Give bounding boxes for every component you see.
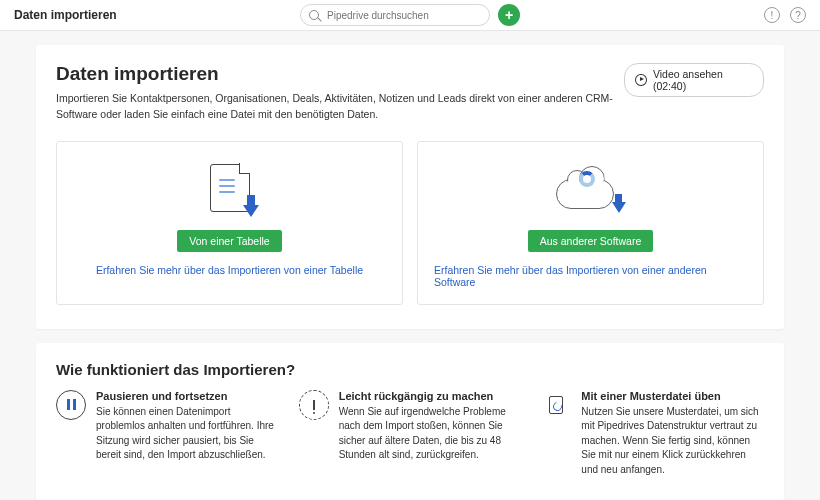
how-text: Mit einer Musterdatei üben Nutzen Sie un… [581,390,764,478]
from-software-button[interactable]: Aus anderer Software [528,230,654,252]
heading-block: Daten importieren Importieren Sie Kontak… [56,63,624,123]
plus-icon: + [505,8,513,22]
from-spreadsheet-button[interactable]: Von einer Tabelle [177,230,281,252]
search-icon [309,10,319,20]
search-input[interactable] [325,9,481,22]
how-item-undo: Leicht rückgängig zu machen Wenn Sie auf… [299,390,522,478]
search-area: + [300,4,520,26]
top-bar: Daten importieren + ! ? [0,0,820,31]
how-text: Pausieren und fortsetzen Sie können eine… [96,390,279,478]
lightbulb-icon[interactable]: ! [764,7,780,23]
how-title: Mit einer Musterdatei üben [581,390,764,402]
import-card: Daten importieren Importieren Sie Kontak… [36,45,784,329]
cloud-download-icon [556,167,626,209]
learn-more-file-link[interactable]: Erfahren Sie mehr über das Importieren v… [96,264,363,276]
watch-video-button[interactable]: Video ansehen (02:40) [624,63,764,97]
spreadsheet-file-icon [210,164,250,212]
import-options: Von einer Tabelle Erfahren Sie mehr über… [56,141,764,305]
file-illustration [210,158,250,218]
pause-icon [56,390,86,420]
how-body: Wenn Sie auf irgendwelche Probleme nach … [339,405,522,463]
how-item-sample: Mit einer Musterdatei üben Nutzen Sie un… [541,390,764,478]
search-box[interactable] [300,4,490,26]
how-title: Leicht rückgängig zu machen [339,390,522,402]
play-icon [635,74,646,86]
how-body: Nutzen Sie unsere Musterdatei, um sich m… [581,405,764,478]
main-heading: Daten importieren [56,63,624,85]
how-items-row: Pausieren und fortsetzen Sie können eine… [56,390,764,478]
import-from-software-box: Aus anderer Software Erfahren Sie mehr ü… [417,141,764,305]
import-from-file-box: Von einer Tabelle Erfahren Sie mehr über… [56,141,403,305]
how-it-works-card: Wie funktioniert das Importieren? Pausie… [36,343,784,501]
how-title: Pausieren und fortsetzen [96,390,279,402]
sample-file-icon [541,390,571,420]
how-text: Leicht rückgängig zu machen Wenn Sie auf… [339,390,522,478]
add-button[interactable]: + [498,4,520,26]
main-subheading: Importieren Sie Kontaktpersonen, Organis… [56,91,624,123]
page-title: Daten importieren [14,8,117,22]
how-body: Sie können einen Datenimport problemlos … [96,405,279,463]
help-icons: ! ? [764,7,806,23]
revert-icon [299,390,329,420]
how-item-pause: Pausieren und fortsetzen Sie können eine… [56,390,279,478]
cloud-illustration [556,158,626,218]
how-heading: Wie funktioniert das Importieren? [56,361,764,378]
learn-more-software-link[interactable]: Erfahren Sie mehr über das Importieren v… [434,264,747,288]
help-icon[interactable]: ? [790,7,806,23]
page-body: Daten importieren Importieren Sie Kontak… [0,31,820,500]
card-header: Daten importieren Importieren Sie Kontak… [56,63,764,123]
video-label: Video ansehen (02:40) [653,68,753,92]
